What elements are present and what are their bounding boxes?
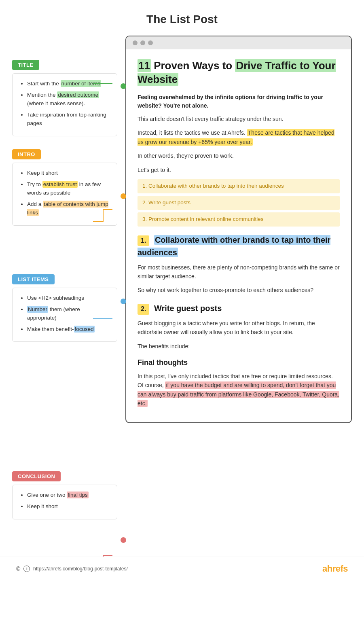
browser-bar bbox=[126, 36, 351, 49]
intro-tip-2: Try to establish trust in as few words a… bbox=[27, 180, 110, 197]
section-1-para-2: So why not work together to cross-promot… bbox=[138, 286, 340, 295]
right-panel: 11 Proven Ways to Drive Traffic to Your … bbox=[125, 36, 352, 532]
article-intro-bold: Feeling overwhelmed by the infinite opti… bbox=[138, 93, 340, 110]
intro-card: Keep it short Try to establish trust in … bbox=[12, 163, 117, 226]
section-1-para-1: For most businesses, there are plenty of… bbox=[138, 263, 340, 281]
list-items-annotation: LIST ITEMS Use <H2> subheadings Number t… bbox=[12, 274, 117, 342]
list-tip-3: Make them benefit-focused bbox=[27, 325, 110, 334]
list-tip-2: Number them (where appropriate) bbox=[27, 305, 110, 322]
browser-dot-2 bbox=[140, 40, 145, 45]
section-1-title: Collaborate with other brands to tap int… bbox=[138, 235, 330, 257]
intro-label: INTRO bbox=[12, 149, 41, 159]
connector-dot-list bbox=[121, 299, 126, 304]
browser-content: 11 Proven Ways to Drive Traffic to Your … bbox=[126, 49, 351, 422]
conclusion-card: Give one or two final tips Keep it short bbox=[12, 485, 117, 519]
section-2-num: 2. bbox=[138, 304, 149, 315]
list-items-card: Use <H2> subheadings Number them (where … bbox=[12, 288, 117, 342]
browser-dot-3 bbox=[148, 40, 153, 45]
toc-item-2[interactable]: 2. Write guest posts bbox=[138, 196, 340, 210]
conclusion-annotation: CONCLUSION Give one or two final tips Ke… bbox=[12, 471, 117, 519]
intro-annotation: INTRO Keep it short Try to establish tru… bbox=[12, 149, 117, 226]
conclusion-label: CONCLUSION bbox=[12, 471, 61, 481]
section-1-heading: 1. Collaborate with other brands to tap … bbox=[138, 234, 340, 259]
connector-dot-intro bbox=[121, 193, 126, 199]
toc-item-1[interactable]: 1. Collaborate with other brands to tap … bbox=[138, 179, 340, 193]
list-tip-1: Use <H2> subheadings bbox=[27, 294, 110, 303]
section-2-title: Write guest posts bbox=[154, 304, 222, 313]
article-para-1: This article doesn't list every traffic … bbox=[138, 114, 340, 123]
footer-url[interactable]: https://ahrefs.com/blog/blog-post-templa… bbox=[33, 566, 127, 572]
info-icon: i bbox=[23, 566, 30, 572]
page-title: The List Post bbox=[0, 0, 364, 36]
toc-item-3[interactable]: 3. Promote content in relevant online co… bbox=[138, 212, 340, 227]
cc-icon: © bbox=[16, 566, 20, 572]
table-of-contents: 1. Collaborate with other brands to tap … bbox=[138, 179, 340, 227]
left-panel: TITLE Start with the number of items Men… bbox=[12, 36, 125, 532]
list-items-label: LIST ITEMS bbox=[12, 274, 55, 284]
article-title: 11 Proven Ways to Drive Traffic to Your … bbox=[138, 59, 340, 87]
title-label: TITLE bbox=[12, 60, 39, 70]
connector-dot-conclusion bbox=[121, 537, 126, 543]
section-2-para-1: Guest blogging is a tactic where you wri… bbox=[138, 319, 340, 337]
article-para-4: Let's get to it. bbox=[138, 165, 340, 174]
intro-tip-1: Keep it short bbox=[27, 169, 110, 178]
section-2-para-2: The benefits include: bbox=[138, 342, 340, 351]
final-highlight: if you have the budget and are willing t… bbox=[138, 381, 339, 407]
intro-tip-3: Add a table of contents with jump links bbox=[27, 200, 110, 217]
article-para-3: In other words, they're proven to work. bbox=[138, 151, 340, 160]
title-card: Start with the number of items Mention t… bbox=[12, 73, 117, 136]
connector-dot-title bbox=[121, 83, 126, 89]
section-2-heading: 2. Write guest posts bbox=[138, 302, 340, 315]
section-1-num: 1. bbox=[138, 235, 149, 246]
title-tip-3: Take inspiration from top-ranking pages bbox=[27, 110, 110, 128]
article-para-2: Instead, it lists the tactics we use at … bbox=[138, 128, 340, 146]
footer-left: © i https://ahrefs.com/blog/blog-post-te… bbox=[16, 566, 128, 572]
conclusion-tip-2: Keep it short bbox=[27, 502, 110, 511]
final-heading: Final thoughts bbox=[138, 357, 340, 369]
title-number: 11 bbox=[138, 59, 151, 72]
title-highlighted: Drive Traffic to Your Website bbox=[138, 59, 336, 86]
browser-window: 11 Proven Ways to Drive Traffic to Your … bbox=[125, 36, 352, 423]
footer: © i https://ahrefs.com/blog/blog-post-te… bbox=[0, 557, 364, 581]
browser-dot-1 bbox=[133, 40, 138, 45]
title-tip-1: Start with the number of items bbox=[27, 79, 110, 88]
footer-logo: ahrefs bbox=[322, 564, 348, 574]
title-tip-2: Mention the desired outcome (where it ma… bbox=[27, 91, 110, 108]
conclusion-tip-1: Give one or two final tips bbox=[27, 491, 110, 500]
title-annotation: TITLE Start with the number of items Men… bbox=[12, 60, 117, 136]
final-para: In this post, I've only included tactics… bbox=[138, 372, 340, 408]
